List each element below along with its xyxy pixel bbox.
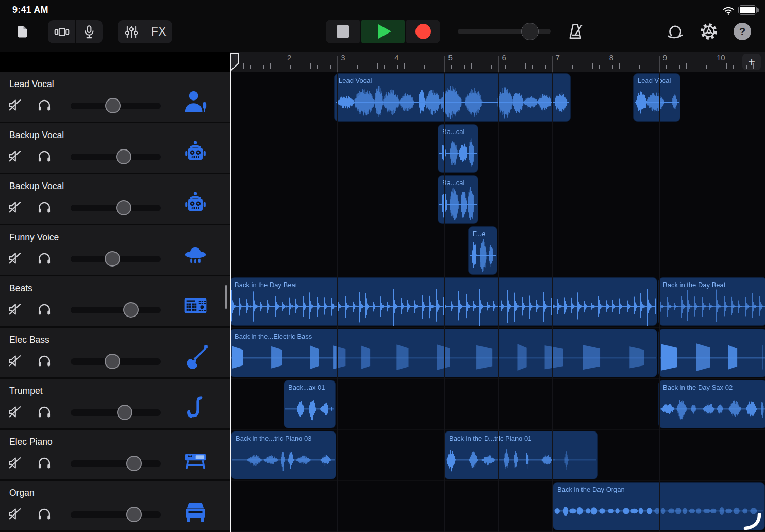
- loop-resize-handle[interactable]: [742, 513, 762, 530]
- track-header[interactable]: Backup Vocal: [0, 123, 230, 174]
- help-button[interactable]: ?: [734, 23, 751, 40]
- monitor-headphones-button[interactable]: [36, 455, 53, 471]
- mute-button[interactable]: [7, 404, 23, 420]
- audio-region[interactable]: Back in the Day Sax 02: [658, 380, 765, 428]
- track-lane[interactable]: Ba...cal: [230, 123, 765, 174]
- audio-region[interactable]: F...e: [468, 226, 497, 275]
- metronome-button[interactable]: [566, 22, 585, 41]
- loop-browser-button[interactable]: [666, 22, 685, 41]
- drum-machine-icon[interactable]: [181, 292, 209, 320]
- mute-button[interactable]: [7, 301, 23, 318]
- track-volume-knob[interactable]: [105, 98, 121, 113]
- settings-gear-button[interactable]: [699, 22, 719, 41]
- monitor-headphones-button[interactable]: [36, 97, 53, 113]
- track-volume-knob[interactable]: [105, 354, 120, 369]
- song-section-add-button[interactable]: +: [742, 54, 761, 70]
- track-volume-slider[interactable]: [71, 456, 161, 471]
- track-lane[interactable]: Back in the...tric Piano 03Back in the D…: [230, 430, 765, 481]
- mute-button[interactable]: [7, 353, 23, 369]
- track-header[interactable]: Beats: [0, 276, 230, 327]
- track-volume-slider[interactable]: [71, 405, 161, 420]
- play-button[interactable]: [361, 20, 405, 43]
- audio-region[interactable]: Back...ax 01: [284, 380, 336, 428]
- stop-button[interactable]: [326, 20, 360, 43]
- audio-region[interactable]: Back in the Day Beat: [230, 277, 657, 326]
- robot-icon[interactable]: [181, 190, 209, 218]
- electric-piano-icon[interactable]: [181, 445, 209, 473]
- track-panel-scrollbar[interactable]: [225, 285, 227, 309]
- monitor-headphones-button[interactable]: [36, 250, 53, 267]
- arrangement-timeline[interactable]: Lead VocalLead VocalBa...calBa...calF...…: [230, 72, 765, 532]
- ruler-bar-tick: [284, 56, 284, 72]
- document-button[interactable]: [15, 23, 30, 40]
- track-lane[interactable]: Back in the...Electric Bass: [230, 328, 765, 379]
- track-volume-knob[interactable]: [126, 456, 142, 471]
- monitor-headphones-button[interactable]: [36, 506, 53, 522]
- track-volume-knob[interactable]: [105, 251, 120, 267]
- track-lane[interactable]: Ba...cal: [230, 174, 765, 225]
- mute-button[interactable]: [7, 199, 23, 215]
- mute-button[interactable]: [7, 97, 23, 113]
- track-volume-slider[interactable]: [71, 200, 161, 215]
- saxophone-icon[interactable]: [181, 394, 209, 422]
- record-button[interactable]: [406, 20, 440, 43]
- track-header[interactable]: Lead Vocal: [0, 72, 230, 123]
- singer-icon[interactable]: [181, 88, 209, 115]
- organ-icon[interactable]: [181, 496, 209, 524]
- track-lane[interactable]: Back in the Day Organ: [230, 481, 765, 532]
- monitor-headphones-button[interactable]: [36, 404, 53, 420]
- audio-region[interactable]: Ba...cal: [438, 124, 478, 173]
- bass-guitar-icon[interactable]: [181, 343, 209, 371]
- track-volume-slider[interactable]: [71, 302, 161, 318]
- mute-button[interactable]: [7, 506, 23, 522]
- audio-region[interactable]: Lead Vocal: [334, 73, 571, 122]
- ruler-bar-number: 10: [717, 53, 725, 62]
- timeline-ruler[interactable]: + 12345678910: [230, 52, 765, 72]
- master-volume-knob[interactable]: [521, 23, 539, 40]
- monitor-headphones-button[interactable]: [36, 301, 53, 318]
- track-volume-knob[interactable]: [116, 200, 131, 215]
- fx-button[interactable]: FX: [145, 20, 172, 43]
- track-volume-knob[interactable]: [123, 302, 139, 318]
- track-header[interactable]: Organ: [0, 481, 230, 532]
- mute-button[interactable]: [7, 148, 23, 164]
- track-volume-knob[interactable]: [117, 405, 132, 420]
- track-name: Elec Piano: [9, 437, 53, 447]
- track-lane[interactable]: Back...ax 01Back in the Day Sax 02: [230, 379, 765, 430]
- monitor-headphones-button[interactable]: [36, 353, 53, 369]
- track-lane[interactable]: Back in the Day BeatBack in the Day Beat: [230, 276, 765, 327]
- track-volume-slider[interactable]: [71, 98, 161, 113]
- mute-button[interactable]: [7, 250, 23, 267]
- audio-region[interactable]: [658, 329, 765, 377]
- track-header[interactable]: Elec Bass: [0, 328, 230, 379]
- mute-button[interactable]: [7, 455, 23, 471]
- mixer-button[interactable]: [118, 20, 145, 43]
- instrument-record-button[interactable]: [75, 20, 103, 43]
- track-header[interactable]: Elec Piano: [0, 430, 230, 481]
- master-volume-slider[interactable]: [458, 23, 551, 40]
- ufo-icon[interactable]: [181, 241, 209, 269]
- track-volume-knob[interactable]: [116, 149, 131, 164]
- track-volume-slider[interactable]: [71, 251, 161, 267]
- monitor-headphones-button[interactable]: [36, 148, 53, 164]
- audio-region[interactable]: Lead Vocal: [633, 73, 680, 122]
- track-volume-slider[interactable]: [71, 149, 161, 164]
- track-header[interactable]: Funny Voice: [0, 225, 230, 276]
- audio-region[interactable]: Back in the D...tric Piano 01: [444, 431, 598, 479]
- monitor-headphones-button[interactable]: [36, 199, 53, 215]
- track-volume-slider[interactable]: [71, 354, 161, 369]
- audio-region[interactable]: Back in the...Electric Bass: [230, 329, 657, 377]
- track-lane[interactable]: F...e: [230, 225, 765, 276]
- playhead-line[interactable]: [230, 68, 231, 532]
- playhead-head[interactable]: [230, 53, 241, 72]
- track-volume-slider[interactable]: [71, 507, 161, 522]
- audio-region[interactable]: Ba...cal: [438, 175, 478, 224]
- track-header[interactable]: Trumpet: [0, 379, 230, 430]
- track-header[interactable]: Backup Vocal: [0, 174, 230, 225]
- tracks-view-button[interactable]: [48, 20, 75, 43]
- track-volume-knob[interactable]: [126, 507, 142, 522]
- audio-region[interactable]: Back in the Day Beat: [658, 277, 765, 326]
- robot-icon[interactable]: [181, 139, 209, 167]
- ruler-tick: [250, 65, 251, 69]
- track-lane[interactable]: Lead VocalLead Vocal: [230, 72, 765, 123]
